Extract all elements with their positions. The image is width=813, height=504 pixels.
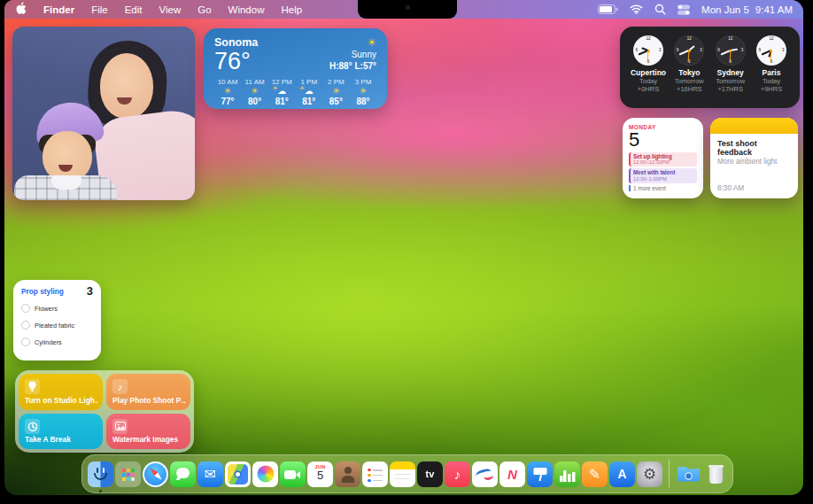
weather-city: Sonoma <box>214 36 258 49</box>
weather-high-low: H:88° L:57° <box>329 61 376 73</box>
dock-icon-pages[interactable]: ✎ <box>582 461 608 487</box>
reminders-widget[interactable]: Prop styling 3 Flowers Pleated fabric Cy… <box>13 280 101 361</box>
checkbox-circle-icon[interactable] <box>21 321 30 330</box>
dock-icon-messages[interactable] <box>170 461 196 487</box>
weather-hourly-forecast: 10 AM☀77° 11 AM☀80° 12 PM☁81° 1 PM☁81° 2… <box>214 78 376 106</box>
dock-icon-folder[interactable] <box>676 461 701 487</box>
note-header-band <box>710 118 798 134</box>
menu-window[interactable]: Window <box>228 4 265 15</box>
dock-icon-finder[interactable] <box>88 461 113 487</box>
dock-icon-keynote[interactable] <box>527 461 553 487</box>
menu-edit[interactable]: Edit <box>125 4 143 15</box>
note-timestamp: 8:30 AM <box>717 184 744 192</box>
dock: ✉ JUN 5 tv ♪ N ✎ A ⚙ <box>81 454 733 493</box>
city-offset: +16HRS <box>670 85 708 93</box>
shortcut-play-photo-shoot-playlist[interactable]: ♪ Play Photo Shoot P… <box>106 374 190 410</box>
dock-icon-trash[interactable] <box>703 461 729 487</box>
shortcut-label: Turn on Studio Ligh… <box>25 396 98 405</box>
dock-icon-system-settings[interactable]: ⚙ <box>637 461 662 487</box>
clock-numeral: 9 <box>717 49 720 53</box>
world-clock-cupertino: 12 3 6 9 Cupertino Today +0HRS <box>629 35 668 103</box>
dock-icon-facetime[interactable] <box>280 461 306 487</box>
dock-icon-calendar[interactable]: JUN 5 <box>307 461 333 487</box>
menu-finder[interactable]: Finder <box>43 4 74 15</box>
checkbox-circle-icon[interactable] <box>21 304 30 313</box>
photos-widget[interactable] <box>12 27 195 200</box>
reminder-item[interactable]: Pleated fabric <box>21 321 93 330</box>
clock-face: 12 3 6 9 <box>633 35 663 66</box>
event-time: 12:00–12:30PM <box>633 159 694 166</box>
dock-icon-notes[interactable] <box>390 461 415 487</box>
gear-icon: ⚙ <box>637 461 662 487</box>
weather-temperature: 76° <box>214 49 258 74</box>
dock-icon-safari[interactable] <box>143 461 168 487</box>
clock-numeral: 12 <box>728 37 732 42</box>
reminder-label: Cylinders <box>35 338 62 346</box>
clock-numeral: 3 <box>659 49 662 53</box>
reminders-count: 3 <box>87 287 93 296</box>
dock-icon-freeform[interactable] <box>472 461 498 487</box>
music-note-icon: ♪ <box>112 379 128 394</box>
shortcut-label: Watermark Images <box>112 435 186 444</box>
apple-menu-icon[interactable] <box>15 2 27 17</box>
hour-temp: 81° <box>296 97 322 106</box>
weather-condition: Sunny <box>329 50 376 61</box>
camera-notch <box>358 0 457 19</box>
clock-face: 12 3 6 9 <box>674 35 704 66</box>
weather-widget[interactable]: Sonoma 76° ☀ Sunny H:88° L:57° 10 AM☀77°… <box>204 28 387 109</box>
calendar-event: Set up lighting 12:00–12:30PM <box>629 152 697 167</box>
photo-figure <box>51 175 81 190</box>
shortcut-turn-on-studio-light[interactable]: Turn on Studio Ligh… <box>19 374 103 410</box>
dock-icon-contacts[interactable] <box>335 461 360 487</box>
calendar-widget[interactable]: MONDAY 5 Set up lighting 12:00–12:30PM M… <box>623 118 703 198</box>
note-title: Test shoot feedback <box>717 139 791 157</box>
hour-temp: 77° <box>214 97 241 106</box>
city-day: Today <box>752 77 791 85</box>
calendar-day-number: 5 <box>629 130 697 150</box>
partly-cloudy-icon: ☁ <box>296 86 322 97</box>
dock-icon-numbers[interactable] <box>554 461 580 487</box>
clock-numeral: 9 <box>636 49 639 53</box>
menu-view[interactable]: View <box>159 4 182 15</box>
news-glyph: N <box>499 461 525 487</box>
spotlight-search-icon[interactable] <box>654 4 666 15</box>
checkbox-circle-icon[interactable] <box>21 337 30 346</box>
sun-icon: ☀ <box>350 86 376 97</box>
hour-label: 11 AM <box>242 78 268 86</box>
envelope-icon: ✉ <box>197 461 223 487</box>
shortcut-take-a-break[interactable]: Take A Break <box>19 414 103 450</box>
dock-icon-reminders[interactable] <box>362 461 388 487</box>
shortcut-watermark-images[interactable]: Watermark Images <box>106 414 190 450</box>
battery-icon[interactable] <box>598 4 618 14</box>
dock-icon-photos[interactable] <box>252 461 278 487</box>
hour-label: 2 PM <box>322 78 349 86</box>
dock-icon-news[interactable]: N <box>499 461 525 487</box>
dock-icon-launchpad[interactable] <box>115 461 141 487</box>
reminder-item[interactable]: Cylinders <box>21 337 93 346</box>
control-center-icon[interactable] <box>678 4 690 15</box>
world-clock-paris: 12 3 6 9 Paris Today +9HRS <box>752 35 791 103</box>
menu-bar-clock[interactable]: Mon Jun 5 9:41 AM <box>701 4 793 15</box>
menu-help[interactable]: Help <box>281 4 302 15</box>
world-clock-widget[interactable]: 12 3 6 9 Cupertino Today +0HRS 12 3 6 9 <box>620 27 800 108</box>
dock-icon-mail[interactable]: ✉ <box>197 461 223 487</box>
hour-temp: 88° <box>350 97 376 106</box>
city-day: Tomorrow <box>711 77 750 85</box>
city-name: Sydney <box>711 68 750 77</box>
partly-cloudy-icon: ☁ <box>268 86 295 97</box>
menu-go[interactable]: Go <box>197 4 211 15</box>
clock-face: 12 3 6 9 <box>716 35 746 66</box>
clock-numeral: 12 <box>769 37 773 42</box>
menu-bar-time: 9:41 AM <box>755 4 793 15</box>
notes-widget[interactable]: Test shoot feedback More ambient light 8… <box>710 118 798 198</box>
dock-icon-maps[interactable] <box>225 461 251 487</box>
reminder-item[interactable]: Flowers <box>21 304 93 313</box>
sun-icon: ☀ <box>322 86 349 97</box>
clock-numeral: 3 <box>741 49 744 53</box>
dock-icon-apple-tv[interactable]: tv <box>417 461 443 487</box>
dock-icon-music[interactable]: ♪ <box>445 461 470 487</box>
clock-numeral: 3 <box>782 49 785 53</box>
menu-file[interactable]: File <box>91 4 108 15</box>
wifi-icon[interactable] <box>630 4 643 14</box>
dock-icon-app-store[interactable]: A <box>609 461 635 487</box>
